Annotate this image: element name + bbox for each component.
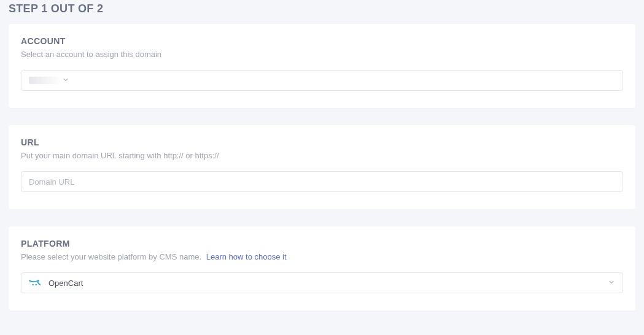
opencart-icon [29, 277, 41, 288]
learn-how-link[interactable]: Learn how to choose it [206, 252, 287, 261]
platform-description: Please select your website platform by C… [21, 252, 623, 261]
platform-heading: PLATFORM [21, 239, 623, 248]
chevron-down-icon [62, 75, 69, 86]
url-card: URL Put your main domain URL starting wi… [9, 125, 635, 209]
step-title: STEP 1 OUT OF 2 [9, 0, 635, 24]
platform-select[interactable]: OpenCart [21, 272, 623, 293]
platform-card: PLATFORM Please select your website plat… [9, 226, 635, 310]
svg-point-1 [35, 284, 37, 286]
account-select[interactable] [21, 70, 623, 91]
url-description: Put your main domain URL starting with h… [21, 151, 623, 160]
chevron-down-icon [608, 277, 615, 288]
account-selected-value [29, 77, 62, 84]
platform-description-text: Please select your website platform by C… [21, 252, 201, 261]
platform-selected-value: OpenCart [48, 279, 608, 288]
svg-point-0 [32, 284, 34, 286]
account-description: Select an account to assign this domain [21, 50, 623, 59]
account-card: ACCOUNT Select an account to assign this… [9, 24, 635, 108]
url-heading: URL [21, 137, 623, 147]
url-input[interactable] [21, 171, 623, 192]
account-heading: ACCOUNT [21, 36, 623, 46]
